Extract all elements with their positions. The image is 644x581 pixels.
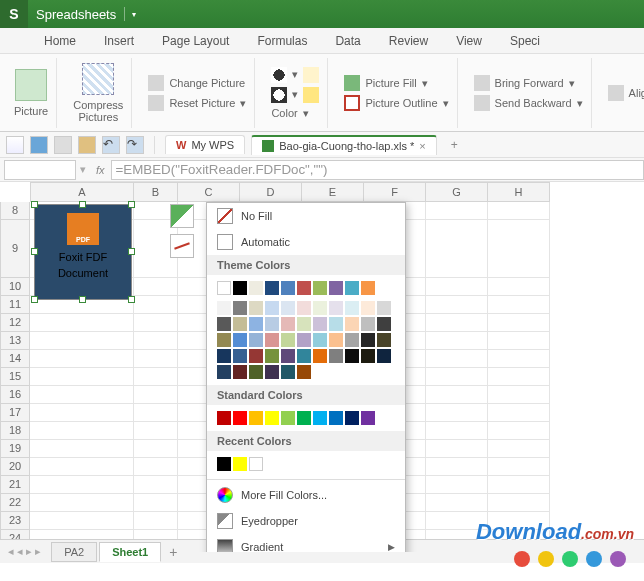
color-swatch[interactable]	[233, 411, 247, 425]
cell[interactable]	[488, 314, 550, 332]
color-swatch[interactable]	[297, 411, 311, 425]
row-header[interactable]: 11	[0, 296, 30, 314]
color-swatch[interactable]	[313, 281, 327, 295]
color-swatch[interactable]	[265, 333, 279, 347]
app-menu-dropdown[interactable]: ▾	[124, 7, 138, 21]
color-swatch[interactable]	[297, 333, 311, 347]
cell[interactable]	[134, 332, 178, 350]
cell[interactable]	[426, 296, 488, 314]
qat-print-icon[interactable]	[54, 136, 72, 154]
color-swatch[interactable]	[265, 301, 279, 315]
color-swatch[interactable]	[329, 333, 343, 347]
gradient-option[interactable]: Gradient▶	[207, 534, 405, 552]
brightness-button[interactable]: ▾	[271, 87, 319, 103]
menu-review[interactable]: Review	[375, 30, 442, 52]
cell[interactable]	[488, 386, 550, 404]
row-header[interactable]: 14	[0, 350, 30, 368]
qat-preview-icon[interactable]	[78, 136, 96, 154]
cell[interactable]	[426, 386, 488, 404]
menu-data[interactable]: Data	[321, 30, 374, 52]
name-box[interactable]	[4, 160, 76, 180]
row-header[interactable]: 20	[0, 458, 30, 476]
fx-icon[interactable]: fx	[90, 164, 111, 176]
cell[interactable]	[30, 494, 134, 512]
cell[interactable]	[426, 512, 488, 530]
cell[interactable]	[426, 422, 488, 440]
color-swatch[interactable]	[233, 365, 247, 379]
cell[interactable]	[426, 314, 488, 332]
color-swatch[interactable]	[377, 349, 391, 363]
row-header[interactable]: 21	[0, 476, 30, 494]
row-header[interactable]: 15	[0, 368, 30, 386]
color-swatch[interactable]	[249, 457, 263, 471]
color-swatch[interactable]	[297, 349, 311, 363]
cell[interactable]	[488, 278, 550, 296]
color-swatch[interactable]	[265, 281, 279, 295]
column-header[interactable]: H	[488, 182, 550, 202]
color-swatch[interactable]	[249, 281, 263, 295]
menu-special[interactable]: Speci	[496, 30, 554, 52]
add-sheet-button[interactable]: +	[163, 542, 183, 562]
resize-handle[interactable]	[128, 248, 135, 255]
color-swatch[interactable]	[217, 349, 231, 363]
cell[interactable]	[30, 422, 134, 440]
cell[interactable]	[134, 458, 178, 476]
more-colors-option[interactable]: More Fill Colors...	[207, 482, 405, 508]
cell[interactable]	[134, 422, 178, 440]
cell[interactable]	[30, 512, 134, 530]
color-swatch[interactable]	[313, 301, 327, 315]
color-swatch[interactable]	[265, 365, 279, 379]
cell[interactable]	[134, 512, 178, 530]
row-header[interactable]: 23	[0, 512, 30, 530]
color-swatch[interactable]	[217, 457, 231, 471]
qat-new-icon[interactable]	[6, 136, 24, 154]
color-swatch[interactable]	[217, 301, 231, 315]
color-swatch[interactable]	[281, 349, 295, 363]
send-backward-button[interactable]: Send Backward ▾	[474, 95, 583, 111]
cell[interactable]	[426, 202, 488, 220]
color-swatch[interactable]	[265, 317, 279, 331]
resize-handle[interactable]	[128, 296, 135, 303]
cell[interactable]	[30, 350, 134, 368]
tab-close-icon[interactable]: ×	[419, 140, 425, 152]
color-swatch[interactable]	[249, 317, 263, 331]
color-swatch[interactable]	[345, 349, 359, 363]
tab-my-wps[interactable]: W My WPS	[165, 135, 245, 154]
cell[interactable]	[30, 368, 134, 386]
no-fill-option[interactable]: No Fill	[207, 203, 405, 229]
row-header[interactable]: 9	[0, 220, 30, 278]
color-swatch[interactable]	[361, 301, 375, 315]
color-swatch[interactable]	[329, 281, 343, 295]
color-swatch[interactable]	[297, 317, 311, 331]
color-swatch[interactable]	[345, 281, 359, 295]
cell[interactable]	[30, 458, 134, 476]
color-swatch[interactable]	[329, 317, 343, 331]
qat-redo-icon[interactable]: ↷	[126, 136, 144, 154]
color-swatch[interactable]	[233, 349, 247, 363]
color-swatch[interactable]	[361, 281, 375, 295]
row-header[interactable]: 8	[0, 202, 30, 220]
color-swatch[interactable]	[361, 349, 375, 363]
color-swatch[interactable]	[313, 349, 327, 363]
menu-insert[interactable]: Insert	[90, 30, 148, 52]
color-swatch[interactable]	[217, 317, 231, 331]
menu-home[interactable]: Home	[30, 30, 90, 52]
cell[interactable]	[426, 494, 488, 512]
color-swatch[interactable]	[297, 365, 311, 379]
resize-handle[interactable]	[79, 296, 86, 303]
sheet-nav[interactable]: ◂ ◂ ▸ ▸	[8, 545, 41, 558]
color-swatch[interactable]	[345, 317, 359, 331]
color-swatch[interactable]	[329, 301, 343, 315]
row-header[interactable]: 22	[0, 494, 30, 512]
cells-area[interactable]: Foxit FDF Document No Fill Automatic The…	[30, 202, 550, 552]
cell[interactable]	[134, 440, 178, 458]
cell[interactable]	[488, 458, 550, 476]
row-header[interactable]: 16	[0, 386, 30, 404]
cell[interactable]	[30, 476, 134, 494]
cell[interactable]	[30, 332, 134, 350]
cell[interactable]	[488, 202, 550, 220]
cell[interactable]	[134, 368, 178, 386]
picture-fill-button[interactable]: Picture Fill ▾	[344, 75, 448, 91]
color-swatch[interactable]	[233, 301, 247, 315]
fill-tool-button[interactable]	[170, 204, 194, 228]
